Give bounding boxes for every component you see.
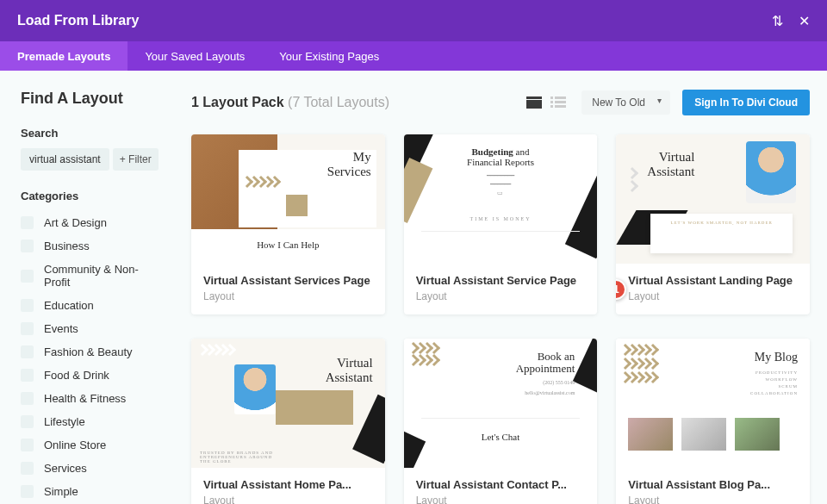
grid-view-icon[interactable]: [526, 96, 542, 109]
svg-rect-7: [555, 105, 566, 108]
card-body: Virtual Assistant Home Pa... Layout: [191, 468, 385, 504]
svg-rect-6: [550, 105, 553, 108]
category-label: Simple: [44, 485, 78, 498]
layout-thumbnail: Book anAppointment (202) 555 0149hello@v…: [404, 339, 598, 468]
tab-existing-pages[interactable]: Your Existing Pages: [262, 41, 396, 71]
sign-in-button[interactable]: Sign In To Divi Cloud: [682, 90, 810, 115]
view-toggle: [526, 96, 566, 109]
checkbox-icon[interactable]: [21, 462, 34, 475]
list-view-icon[interactable]: [550, 96, 566, 109]
sidebar: Find A Layout Search virtual assistant +…: [0, 71, 181, 504]
layout-card[interactable]: 1 VirtualAssistant LET'S WORK SMARTER, N…: [616, 134, 810, 314]
checkbox-icon[interactable]: [21, 392, 34, 405]
card-body: Virtual Assistant Contact P... Layout: [404, 468, 598, 504]
pack-count-total: (7 Total Layouts): [288, 95, 389, 109]
card-title: Virtual Assistant Blog Pa...: [628, 478, 798, 491]
svg-rect-5: [555, 101, 566, 103]
sort-arrows-icon[interactable]: ⇅: [772, 13, 783, 29]
card-body: Virtual Assistant Blog Pa... Layout: [616, 468, 810, 504]
card-subtitle: Layout: [416, 290, 586, 302]
svg-rect-1: [526, 100, 542, 109]
layout-thumbnail: My Blog PRODUCTIVITYWORKFLOWSCRUMCOLLABO…: [616, 339, 810, 468]
category-label: Education: [44, 299, 94, 312]
header-actions: ⇅ ✕: [772, 13, 810, 29]
category-item[interactable]: Art & Design: [21, 211, 164, 234]
svg-rect-2: [550, 96, 553, 99]
category-item[interactable]: Services: [21, 457, 164, 480]
search-label: Search: [21, 127, 164, 140]
card-title: Virtual Assistant Home Pa...: [203, 478, 373, 491]
layout-card[interactable]: MyServices How I Can Help Virtual Assist…: [191, 134, 385, 314]
tab-bar: Premade Layouts Your Saved Layouts Your …: [0, 41, 827, 71]
layout-thumbnail: VirtualAssistant TRUSTED BY BRANDS ANDEN…: [191, 339, 385, 468]
modal-title: Load From Library: [17, 13, 139, 28]
checkbox-icon[interactable]: [21, 270, 34, 283]
layout-card[interactable]: Budgeting andFinancial Reports ━━━━━━━━━…: [404, 134, 598, 314]
modal-header: Load From Library ⇅ ✕: [0, 0, 827, 41]
category-label: Lifestyle: [44, 415, 85, 428]
search-tag[interactable]: virtual assistant: [21, 148, 109, 171]
card-body: Virtual Assistant Service Page Layout: [404, 264, 598, 314]
category-item[interactable]: Lifestyle: [21, 410, 164, 433]
close-icon[interactable]: ✕: [799, 13, 810, 29]
category-item[interactable]: Business: [21, 234, 164, 258]
category-label: Health & Fitness: [44, 392, 126, 405]
category-label: Services: [44, 462, 87, 475]
checkbox-icon[interactable]: [21, 485, 34, 498]
svg-rect-0: [526, 96, 542, 99]
category-label: Community & Non-Profit: [44, 263, 164, 289]
category-item[interactable]: Food & Drink: [21, 364, 164, 387]
content-header: 1 Layout Pack (7 Total Layouts) New To O…: [191, 90, 810, 115]
category-item[interactable]: Education: [21, 294, 164, 317]
category-label: Fashion & Beauty: [44, 345, 133, 358]
content: 1 Layout Pack (7 Total Layouts) New To O…: [181, 71, 827, 504]
checkbox-icon[interactable]: [21, 322, 34, 335]
tab-premade-layouts[interactable]: Premade Layouts: [0, 41, 127, 71]
sidebar-title: Find A Layout: [21, 90, 164, 108]
category-list: Art & Design Business Community & Non-Pr…: [21, 211, 164, 504]
layout-card[interactable]: My Blog PRODUCTIVITYWORKFLOWSCRUMCOLLABO…: [616, 339, 810, 504]
card-body: Virtual Assistant Landing Page Layout: [616, 264, 810, 314]
svg-rect-4: [550, 101, 553, 103]
card-title: Virtual Assistant Landing Page: [628, 274, 798, 287]
card-subtitle: Layout: [203, 290, 373, 302]
layout-thumbnail: MyServices How I Can Help: [191, 134, 385, 264]
card-title: Virtual Assistant Contact P...: [416, 478, 586, 491]
svg-rect-3: [555, 96, 566, 99]
checkbox-icon[interactable]: [21, 345, 34, 358]
layout-thumbnail: Budgeting andFinancial Reports ━━━━━━━━━…: [404, 134, 598, 264]
head-controls: New To Old Sign In To Divi Cloud: [526, 90, 810, 115]
categories-label: Categories: [21, 190, 164, 202]
sort-select[interactable]: New To Old: [581, 90, 670, 115]
pack-count-main: 1 Layout Pack: [191, 95, 288, 109]
category-item[interactable]: Health & Fitness: [21, 387, 164, 410]
layout-card[interactable]: VirtualAssistant TRUSTED BY BRANDS ANDEN…: [191, 339, 385, 504]
filter-button[interactable]: + Filter: [113, 148, 159, 171]
category-item[interactable]: Fashion & Beauty: [21, 340, 164, 364]
category-item[interactable]: Simple: [21, 480, 164, 503]
tab-saved-layouts[interactable]: Your Saved Layouts: [127, 41, 262, 71]
sort-dropdown[interactable]: New To Old: [581, 90, 670, 115]
category-label: Food & Drink: [44, 369, 109, 382]
layout-thumbnail: VirtualAssistant LET'S WORK SMARTER, NOT…: [616, 134, 810, 264]
category-item[interactable]: Online Store: [21, 433, 164, 457]
category-item[interactable]: Community & Non-Profit: [21, 258, 164, 294]
card-subtitle: Layout: [203, 495, 373, 504]
card-subtitle: Layout: [628, 495, 798, 504]
search-row: virtual assistant + Filter: [21, 148, 164, 171]
layout-card[interactable]: Book anAppointment (202) 555 0149hello@v…: [404, 339, 598, 504]
checkbox-icon[interactable]: [21, 415, 34, 428]
category-label: Business: [44, 240, 90, 252]
checkbox-icon[interactable]: [21, 369, 34, 382]
card-subtitle: Layout: [416, 495, 586, 504]
layout-grid: MyServices How I Can Help Virtual Assist…: [191, 134, 810, 504]
card-subtitle: Layout: [628, 290, 798, 302]
checkbox-icon[interactable]: [21, 216, 34, 229]
checkbox-icon[interactable]: [21, 299, 34, 312]
checkbox-icon[interactable]: [21, 240, 34, 252]
card-title: Virtual Assistant Service Page: [416, 274, 586, 287]
card-body: Virtual Assistant Services Page Layout: [191, 264, 385, 314]
category-label: Online Store: [44, 439, 106, 451]
checkbox-icon[interactable]: [21, 439, 34, 451]
category-item[interactable]: Events: [21, 317, 164, 340]
